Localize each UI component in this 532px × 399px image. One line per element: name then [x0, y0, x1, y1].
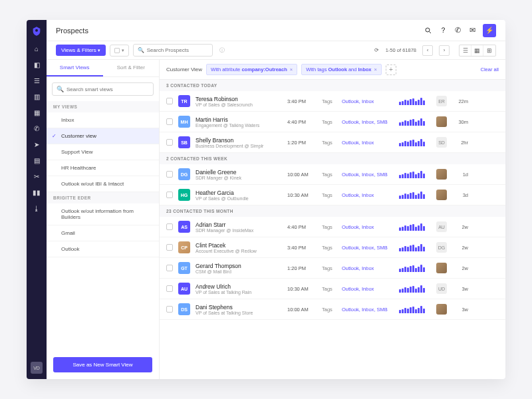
- owner-badge[interactable]: DG: [436, 242, 447, 253]
- owner-badge[interactable]: AU: [436, 221, 447, 232]
- mail-icon[interactable]: ✉: [467, 25, 477, 36]
- nav-briefcase-icon[interactable]: ☰: [32, 76, 41, 85]
- prospect-info: Adrian StarrSDR Manager @ InsideMax: [196, 221, 282, 233]
- smart-views-search[interactable]: 🔍: [52, 82, 154, 96]
- prospect-role: VP of Sales at Talking Store: [196, 311, 282, 315]
- row-checkbox[interactable]: [166, 244, 173, 251]
- search-icon[interactable]: [423, 25, 434, 36]
- row-checkbox[interactable]: [166, 139, 173, 146]
- nav-download-icon[interactable]: ⭳: [32, 203, 41, 213]
- prospect-name: Martin Harris: [196, 116, 282, 123]
- nav-calendar-icon[interactable]: ▦: [32, 108, 41, 117]
- smart-view-item[interactable]: Outlook w/out information from Builders: [47, 203, 159, 225]
- help-icon[interactable]: ？: [438, 25, 448, 36]
- prospect-row[interactable]: DSDani StephensVP of Sales at Talking St…: [160, 299, 505, 320]
- owner-badge[interactable]: SD: [436, 137, 447, 148]
- page-next-button[interactable]: ›: [439, 45, 450, 56]
- row-checkbox[interactable]: [166, 118, 173, 125]
- prospect-info: Heather GarciaVP of Sales @ Outbundle: [196, 190, 282, 201]
- owner-badge[interactable]: [436, 169, 447, 180]
- prospect-row[interactable]: TRTeresa RobinsonVP of Sales @ Salescrun…: [160, 91, 505, 112]
- row-checkbox[interactable]: [166, 192, 173, 198]
- owner-badge[interactable]: [436, 304, 447, 315]
- phone-icon[interactable]: ✆: [452, 25, 463, 36]
- smart-view-item[interactable]: Outlook w/out IBI & Intacct: [47, 176, 159, 192]
- tab-sort-filter[interactable]: Sort & Filter: [103, 60, 160, 76]
- row-checkbox[interactable]: [166, 223, 173, 230]
- row-checkbox[interactable]: [166, 171, 173, 178]
- tags-value[interactable]: Outlook, Inbox, SMB: [342, 307, 394, 313]
- filter-chip-tags[interactable]: With tags Outlook and Inbox ×: [301, 64, 382, 75]
- search-prospects[interactable]: 🔍 ⓘ: [133, 44, 213, 57]
- smart-view-item[interactable]: Gmail: [47, 225, 159, 241]
- refresh-icon[interactable]: ⟳: [372, 46, 382, 55]
- prospect-name: Adrian Starr: [196, 221, 282, 228]
- prospect-row[interactable]: SBShelly BransonBusiness Development @ S…: [160, 132, 505, 153]
- nav-people-icon[interactable]: ◧: [32, 60, 41, 69]
- group-header: 23 Contacted This Month: [160, 205, 505, 217]
- row-checkbox[interactable]: [166, 265, 173, 271]
- nav-scissors-icon[interactable]: ✂: [32, 172, 41, 181]
- section-my-views: My Views: [47, 101, 159, 112]
- tags-value[interactable]: Outlook, Inbox, SMB: [342, 119, 394, 125]
- save-smart-view-button[interactable]: Save as New Smart View: [53, 357, 152, 372]
- filter-chip-attribute[interactable]: With attribute company:Outreach ×: [206, 64, 297, 75]
- chip-remove-icon[interactable]: ×: [290, 66, 293, 72]
- tags-value[interactable]: Outlook, Inbox, SMB: [342, 245, 394, 251]
- prospect-name: Dani Stephens: [196, 304, 282, 311]
- nav-home-icon[interactable]: ⌂: [32, 44, 41, 53]
- prospect-row[interactable]: MHMartin HarrisEngagement @ Talking Wate…: [160, 112, 505, 132]
- nav-phone-icon[interactable]: ✆: [32, 124, 41, 133]
- prospect-row[interactable]: AUAndrew UlrichVP of Sales at Talking Ra…: [160, 279, 505, 299]
- prospect-row[interactable]: DGDanielle GreeneSDR Manger @ Kinek10:00…: [160, 164, 505, 185]
- smart-view-item[interactable]: Outlook: [47, 241, 159, 257]
- nav-send-icon[interactable]: ➤: [32, 140, 41, 149]
- tags-value[interactable]: Outlook, Inbox: [342, 140, 394, 146]
- tags-value[interactable]: Outlook, Inbox: [342, 224, 394, 230]
- bolt-button[interactable]: ⚡: [483, 24, 496, 37]
- app-logo[interactable]: [31, 25, 43, 37]
- pagination-label: 1-50 of 61878: [386, 47, 416, 53]
- tab-smart-views[interactable]: Smart Views: [47, 60, 103, 76]
- search-input[interactable]: [147, 47, 217, 53]
- tags-value[interactable]: Outlook, Inbox: [342, 192, 394, 198]
- add-filter-button[interactable]: +: [386, 65, 396, 75]
- smart-view-item[interactable]: HR Healthcare: [47, 160, 159, 176]
- prospect-role: VP of Sales @ Salescrunch: [196, 102, 282, 107]
- tags-value[interactable]: Outlook, Inbox: [342, 265, 394, 271]
- info-icon[interactable]: ⓘ: [219, 47, 225, 54]
- tags-value[interactable]: Outlook, Inbox: [342, 286, 394, 292]
- user-badge[interactable]: VD: [31, 362, 43, 374]
- row-checkbox[interactable]: [166, 306, 173, 313]
- tags-value[interactable]: Outlook, Inbox: [342, 98, 394, 104]
- smart-view-item[interactable]: Support View: [47, 144, 159, 160]
- view-list-icon[interactable]: ☰: [460, 45, 471, 56]
- view-cards-icon[interactable]: ▦: [471, 45, 483, 56]
- owner-badge[interactable]: ER: [436, 96, 447, 106]
- prospect-name: Teresa Robinson: [196, 96, 282, 102]
- selection-dropdown[interactable]: ▾: [110, 45, 129, 57]
- prospect-row[interactable]: GTGerard ThompsonCSM @ Mail Bird1:20 PMT…: [160, 258, 505, 279]
- clear-all-link[interactable]: Clear all: [480, 66, 499, 72]
- owner-badge[interactable]: [436, 263, 447, 273]
- chip-remove-icon[interactable]: ×: [374, 66, 377, 72]
- nav-library-icon[interactable]: ▤: [32, 156, 41, 165]
- owner-badge[interactable]: [436, 116, 447, 127]
- views-filters-button[interactable]: Views & Filters: [56, 45, 106, 56]
- prospect-row[interactable]: CPClint PtacekAccount Executive @ Redlow…: [160, 237, 505, 258]
- nav-clipboard-icon[interactable]: ▥: [32, 92, 41, 101]
- tags-label: Tags: [322, 192, 336, 198]
- prospect-row[interactable]: ASAdrian StarrSDR Manager @ InsideMax4:4…: [160, 217, 505, 237]
- smart-view-item[interactable]: Inbox: [47, 112, 159, 128]
- tags-value[interactable]: Outlook, Inbox, SMB: [342, 172, 394, 178]
- row-checkbox[interactable]: [166, 285, 173, 292]
- owner-badge[interactable]: UD: [436, 283, 447, 294]
- page-prev-button[interactable]: ‹: [422, 45, 433, 56]
- smart-view-item[interactable]: Customer view: [47, 128, 159, 144]
- view-grid-icon[interactable]: ⊞: [483, 45, 495, 56]
- owner-badge[interactable]: [436, 190, 447, 200]
- prospect-row[interactable]: HGHeather GarciaVP of Sales @ Outbundle1…: [160, 185, 505, 205]
- smart-views-search-input[interactable]: [66, 86, 149, 92]
- nav-analytics-icon[interactable]: ▮▮: [32, 188, 41, 197]
- row-checkbox[interactable]: [166, 98, 173, 104]
